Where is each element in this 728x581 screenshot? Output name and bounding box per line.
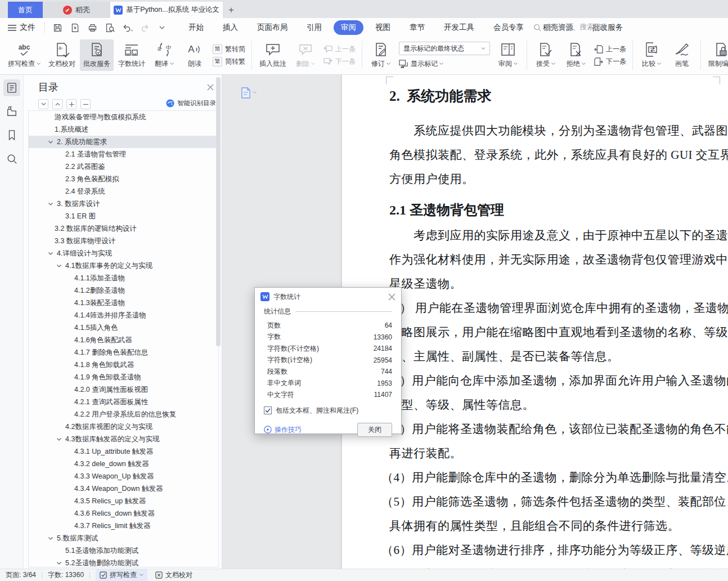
redo-button[interactable]: [138, 21, 151, 34]
toc-item[interactable]: 4.3.4 Weapon_Down 触发器: [29, 482, 218, 495]
reject-revision-button[interactable]: 拒绝: [561, 39, 591, 71]
toc-item[interactable]: 4.1.2删除圣遗物: [29, 284, 218, 297]
doc-proofread-toggle[interactable]: 文档校对: [155, 570, 192, 580]
page-indicator[interactable]: 页面: 3/64: [6, 570, 36, 580]
collapse-all-button[interactable]: [52, 99, 62, 109]
toc-item[interactable]: 3.2 数据库的逻辑结构设计: [29, 222, 218, 235]
ribbon-tab[interactable]: 章节: [402, 20, 432, 35]
chevron-down-icon[interactable]: [56, 561, 65, 565]
accept-revision-button[interactable]: 接受: [531, 39, 560, 71]
ribbon-tab[interactable]: 页面布局: [250, 20, 295, 35]
toc-item[interactable]: 2.4 登录系统: [29, 185, 218, 198]
chevron-down-icon[interactable]: [48, 537, 57, 540]
chevron-down-icon[interactable]: [48, 252, 57, 256]
toc-item[interactable]: 4.详细设计与实现: [29, 247, 218, 260]
toc-close-button[interactable]: [207, 84, 214, 91]
prev-revision-button[interactable]: 上一条: [594, 44, 626, 54]
track-changes-button[interactable]: 修订: [366, 39, 396, 71]
toc-item[interactable]: 4.2.2 用户登录系统后的信息恢复: [29, 408, 218, 421]
ribbon-tab[interactable]: 会员专享: [486, 20, 531, 35]
file-menu-button[interactable]: 文件: [0, 22, 45, 33]
ribbon-tab[interactable]: 开始: [181, 20, 211, 35]
customize-toolbar-button[interactable]: [155, 21, 169, 34]
toc-item[interactable]: 4.3.2 dele_down 触发器: [29, 458, 218, 470]
chevron-down-icon[interactable]: [48, 202, 57, 206]
toc-item[interactable]: 4.3.6 Relics_down 触发器: [29, 507, 218, 520]
toc-item[interactable]: 4.2数据库视图的定义与实现: [29, 421, 218, 433]
proofread-service-button[interactable]: 批改服务: [80, 39, 114, 71]
toc-item[interactable]: 4.3.5 Relics_up 触发器: [29, 495, 218, 507]
toc-item[interactable]: 5.2圣遗物删除功能测试: [29, 557, 218, 567]
compare-button[interactable]: 比较: [637, 39, 666, 71]
toc-item[interactable]: 5.数据库测试: [29, 532, 218, 544]
toc-item[interactable]: 3.3 数据库物理设计: [29, 235, 218, 247]
word-count-button[interactable]: 字数统计: [115, 39, 149, 71]
show-markup-button[interactable]: 显示标记: [399, 59, 490, 69]
ink-brush-button[interactable]: 画笔: [667, 39, 696, 71]
expand-all-button[interactable]: [38, 99, 48, 109]
ribbon-tab[interactable]: 插入: [215, 20, 245, 35]
bookmark-panel-button[interactable]: [3, 127, 20, 144]
toc-item[interactable]: 2. 系统功能需求: [29, 136, 218, 148]
chevron-down-icon[interactable]: [56, 437, 65, 441]
toc-item[interactable]: 4.1.8 角色卸载武器: [29, 359, 218, 371]
undo-button[interactable]: [120, 21, 134, 34]
doc-proofread-button[interactable]: a- 文档校对: [45, 39, 79, 71]
review-pane-button[interactable]: 审阅: [493, 39, 523, 71]
toc-item[interactable]: 4.3.7 Relics_limit 触发器: [29, 520, 218, 532]
toc-item[interactable]: 2.2 武器图鉴: [29, 160, 218, 173]
toc-item[interactable]: 4.2.0 查询属性面板视图: [29, 383, 218, 396]
toc-item[interactable]: 4.1.9 角色卸载圣遗物: [29, 371, 218, 383]
tab-docer[interactable]: 稻壳: [43, 2, 110, 18]
toc-item[interactable]: 4.2.1 查询武器面板属性: [29, 396, 218, 408]
read-aloud-button[interactable]: A 朗读: [180, 39, 209, 71]
new-tab-button[interactable]: +: [223, 2, 240, 18]
dialog-titlebar[interactable]: 字数统计: [255, 288, 401, 306]
dialog-close-button[interactable]: [388, 293, 396, 301]
page-settings-button[interactable]: [241, 87, 257, 99]
toc-item[interactable]: 4.1.5插入角色: [29, 321, 218, 334]
ribbon-tab[interactable]: 开发工具: [437, 20, 482, 35]
toc-item[interactable]: 4.1.3装配圣遗物: [29, 297, 218, 309]
toc-item[interactable]: 4.3.1 Up_attribute 触发器: [29, 445, 218, 458]
chevron-down-icon[interactable]: [48, 140, 57, 144]
word-count-indicator[interactable]: 字数: 13360: [48, 570, 84, 580]
chapter-nav-button[interactable]: [3, 103, 20, 120]
markup-state-dropdown[interactable]: 显示标记的最终状态: [399, 42, 490, 55]
toc-item[interactable]: 4.1.1添加圣遗物: [29, 272, 218, 284]
toc-item[interactable]: 4.1.6角色装配武器: [29, 334, 218, 346]
ribbon-tab[interactable]: 审阅: [334, 20, 363, 35]
toc-item[interactable]: 4.1.4筛选并排序圣遗物: [29, 309, 218, 321]
smart-toc-button[interactable]: 智能识别目录: [166, 99, 216, 108]
expand-level-button[interactable]: [66, 99, 77, 109]
find-panel-button[interactable]: [3, 150, 20, 167]
delete-comment-button[interactable]: 删除: [291, 39, 320, 71]
toc-item[interactable]: 4.1数据库事务的定义与实现: [29, 260, 218, 272]
output-button[interactable]: [68, 21, 82, 34]
ribbon-tab[interactable]: 视图: [368, 20, 398, 35]
tab-home[interactable]: 首页: [8, 2, 43, 18]
include-footnotes-checkbox[interactable]: 包括文本框、脚注和尾注(F): [264, 406, 392, 415]
toc-panel-button[interactable]: [3, 79, 20, 96]
print-button[interactable]: [86, 21, 99, 34]
trad-to-simp-button[interactable]: 简 繁转简: [213, 44, 245, 54]
close-button[interactable]: 关闭: [357, 423, 392, 437]
tips-link[interactable]: 操作技巧: [264, 425, 302, 435]
next-revision-button[interactable]: 下一条: [594, 57, 626, 66]
toc-item[interactable]: 2.3 角色装配模拟: [29, 173, 218, 185]
toc-scrollbar[interactable]: [216, 77, 221, 346]
spellcheck-button[interactable]: abc 拼写检查: [5, 39, 44, 71]
simp-to-trad-button[interactable]: 繁 简转繁: [213, 57, 245, 66]
toc-item[interactable]: 1.系统概述: [29, 123, 218, 136]
toc-item[interactable]: 4.3数据库触发器的定义与实现: [29, 433, 218, 445]
toc-item[interactable]: 4.1.7 删除角色装配信息: [29, 346, 218, 359]
toc-item[interactable]: 3.1 ER 图: [29, 210, 218, 222]
toc-item[interactable]: 5.1圣遗物添加功能测试: [29, 544, 218, 557]
insert-comment-button[interactable]: 插入批注: [256, 39, 290, 71]
toc-item[interactable]: 游戏装备管理与数值模拟系统: [29, 111, 218, 123]
translate-button[interactable]: a中 翻译: [150, 39, 179, 71]
toc-item[interactable]: 4.3.3 Weapon_Up 触发器: [29, 470, 218, 482]
collapse-level-button[interactable]: [80, 99, 91, 109]
save-button[interactable]: [51, 21, 64, 34]
chevron-down-icon[interactable]: [56, 264, 65, 268]
